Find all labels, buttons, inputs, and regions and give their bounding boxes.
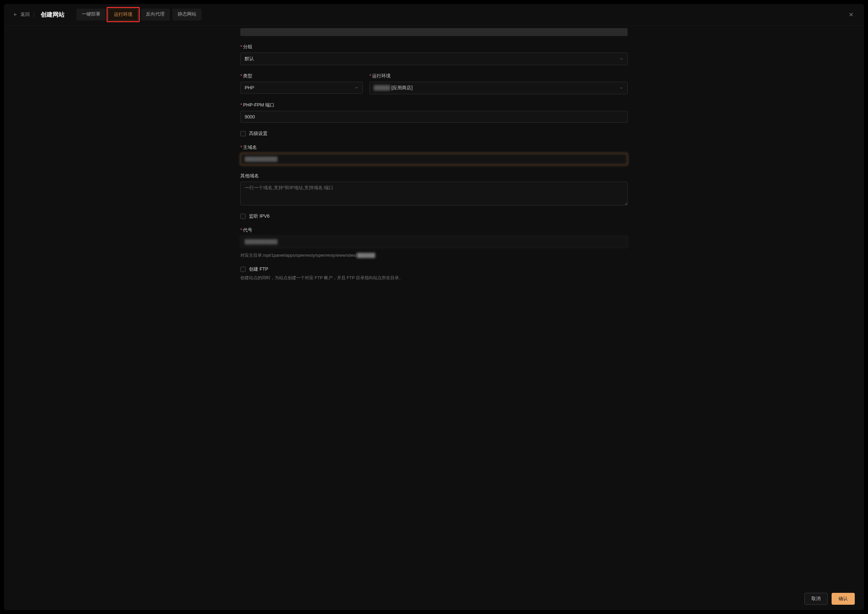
field-alias: *代号 对应主目录:/opt/1panel/apps/openresty/ope… <box>240 227 432 258</box>
tab-static[interactable]: 静态网站 <box>173 9 202 20</box>
back-label: 返回 <box>20 12 30 17</box>
tab-runtime[interactable]: 运行环境 <box>108 9 138 20</box>
field-ftp: 创建 FTP <box>240 266 432 272</box>
primary-domain-input[interactable] <box>240 153 432 165</box>
field-ipv6: 监听 IPV6 <box>240 213 432 219</box>
field-other-domains: 其他域名 <box>240 173 432 205</box>
field-label: 其他域名 <box>240 173 432 179</box>
field-group: *分组 默认 <box>240 44 432 65</box>
back-button[interactable]: 返回 <box>13 12 34 17</box>
select-value: █████ [应用商店] <box>374 85 412 91</box>
checkbox-label: 监听 IPV6 <box>249 213 269 219</box>
field-label: *运行环境 <box>369 73 432 79</box>
alias-help: 对应主目录:/opt/1panel/apps/openresty/openres… <box>240 253 432 258</box>
field-label: *分组 <box>240 44 432 50</box>
tab-bar: 一键部署 运行环境 反向代理 静态网站 <box>76 9 202 20</box>
arrow-left-icon <box>13 12 18 17</box>
other-domains-textarea[interactable] <box>240 181 432 205</box>
ftp-checkbox[interactable] <box>240 267 246 272</box>
field-label: *主域名 <box>240 144 432 150</box>
alias-input[interactable] <box>240 236 432 248</box>
checkbox-label: 高级设置 <box>249 131 268 136</box>
checkbox-label: 创建 FTP <box>249 266 268 272</box>
ftp-help: 创建站点的同时，为站点创建一个对应 FTP 帐户，并且 FTP 目录指向站点所在… <box>240 275 432 281</box>
scrolled-field-fragment <box>240 28 432 36</box>
dialog-body: *分组 默认 *类型 PHP *运行环境 <box>4 25 432 307</box>
field-runtime: *运行环境 █████ [应用商店] <box>369 73 432 94</box>
tab-reverseproxy[interactable]: 反向代理 <box>141 9 170 20</box>
type-select[interactable]: PHP <box>240 82 363 94</box>
field-advanced: 高级设置 <box>240 131 432 136</box>
dialog-header: 返回 创建网站 一键部署 运行环境 反向代理 静态网站 <box>4 4 432 25</box>
group-select[interactable]: 默认 <box>240 53 432 65</box>
field-label: *类型 <box>240 73 363 79</box>
tab-oneclick[interactable]: 一键部署 <box>76 9 106 20</box>
field-type: *类型 PHP <box>240 73 363 94</box>
field-fpm-port: *PHP-FPM 端口 <box>240 102 432 123</box>
form: *分组 默认 *类型 PHP *运行环境 <box>240 28 432 281</box>
field-primary-domain: *主域名 <box>240 144 432 165</box>
select-value: PHP <box>245 85 254 90</box>
fpm-port-input[interactable] <box>240 111 432 123</box>
field-label: *PHP-FPM 端口 <box>240 102 432 108</box>
chevron-down-icon <box>355 86 359 90</box>
advanced-checkbox[interactable] <box>240 131 246 136</box>
create-site-dialog: 返回 创建网站 一键部署 运行环境 反向代理 静态网站 *分组 默认 <box>4 4 432 307</box>
ipv6-checkbox[interactable] <box>240 214 246 219</box>
select-value: 默认 <box>245 56 254 62</box>
field-label: *代号 <box>240 227 432 233</box>
dialog-title: 创建网站 <box>38 11 67 19</box>
runtime-select[interactable]: █████ [应用商店] <box>369 82 432 94</box>
